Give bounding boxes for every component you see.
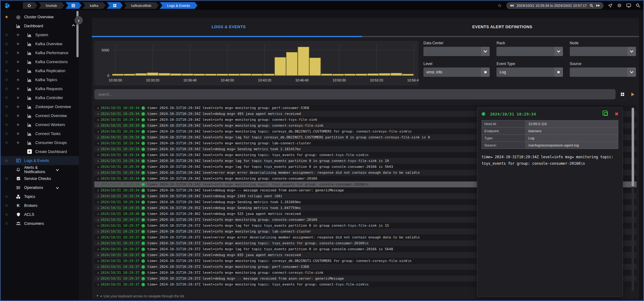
sidebar-item-operations[interactable]: Operations <box>1 183 79 192</box>
breadcrumb-item-kafkakraftlab[interactable]: kafkakraftlab <box>124 2 159 9</box>
favorite-star-icon[interactable]: ☆ <box>498 3 502 8</box>
breadcrumb-item-kafka[interactable]: kafka <box>82 2 106 9</box>
drag-handle-icon[interactable]: ≡ <box>12 95 24 100</box>
tab-events-alert-definitions[interactable]: EVENTS ALERT DEFINITIONS <box>366 18 639 35</box>
list-scrollbar[interactable] <box>632 107 634 291</box>
star-icon[interactable]: ☆ <box>1 122 12 127</box>
star-icon[interactable]: ☆ <box>1 95 12 100</box>
breadcrumb-grid-button[interactable] <box>107 2 123 9</box>
filter-select[interactable]: Log✖ <box>496 68 563 77</box>
row-expand-icon[interactable]: › <box>96 277 101 281</box>
sidebar-item-kafka-replication[interactable]: ☆≡Kafka Replication <box>1 66 79 75</box>
filter-select[interactable]: error, info✖ <box>423 68 490 77</box>
star-icon[interactable]: ☆ <box>1 176 12 181</box>
star-icon[interactable]: ☆ <box>1 33 12 37</box>
sidebar-item-logs-events[interactable]: ☆Logs & Events <box>1 156 79 165</box>
row-expand-icon[interactable]: › <box>96 135 101 140</box>
breadcrumb-item-logs-events[interactable]: Logs & Events <box>160 2 197 9</box>
row-expand-icon[interactable]: › <box>96 182 101 187</box>
drag-handle-icon[interactable]: ≡ <box>12 131 24 136</box>
drag-handle-icon[interactable]: ≡ <box>12 50 24 55</box>
filter-select[interactable] <box>570 47 636 56</box>
star-icon[interactable]: ☆ <box>1 158 12 163</box>
sidebar-item-consumers[interactable]: ☆Consumers <box>1 219 79 228</box>
rewind-icon[interactable] <box>510 4 514 7</box>
row-expand-icon[interactable]: › <box>96 177 101 181</box>
breadcrumb-item-hivelab[interactable]: hivelab <box>38 2 64 9</box>
star-icon[interactable]: ★ <box>1 15 12 19</box>
row-expand-icon[interactable]: › <box>96 153 101 157</box>
drag-handle-icon[interactable]: ≡ <box>12 104 24 109</box>
row-expand-icon[interactable]: › <box>96 282 101 287</box>
star-icon[interactable]: ☆ <box>1 77 12 82</box>
breadcrumb-grid-button[interactable] <box>65 2 81 9</box>
gear-icon[interactable] <box>617 3 622 8</box>
star-icon[interactable]: ☆ <box>1 194 12 199</box>
chevron-up-icon[interactable] <box>72 24 75 28</box>
sidebar-item-connect-workers[interactable]: ☆≡Connect Workers <box>1 120 79 129</box>
star-icon[interactable]: ☆ <box>1 221 12 226</box>
sidebar-item-system[interactable]: ☆≡System <box>1 30 79 39</box>
row-expand-icon[interactable]: › <box>96 129 101 134</box>
drag-handle-icon[interactable]: ≡ <box>12 59 24 64</box>
sidebar-item-zookeeper-overview[interactable]: ☆≡Zookeeper Overview <box>1 102 79 111</box>
star-icon[interactable]: ☆ <box>1 203 12 208</box>
row-expand-icon[interactable]: › <box>96 118 101 122</box>
row-expand-icon[interactable]: › <box>96 165 101 169</box>
sidebar-item-topics[interactable]: ☆Topics <box>1 192 79 201</box>
row-expand-icon[interactable]: › <box>96 188 101 193</box>
row-expand-icon[interactable]: › <box>96 106 101 110</box>
sidebar-item-dashboard[interactable]: Dashboard <box>1 21 79 30</box>
row-expand-icon[interactable]: › <box>96 241 101 246</box>
row-expand-icon[interactable]: › <box>96 141 101 146</box>
row-expand-icon[interactable]: › <box>96 171 101 175</box>
filter-select[interactable] <box>496 47 563 56</box>
row-expand-icon[interactable]: › <box>96 224 101 228</box>
sidebar-item-kafka-requests[interactable]: ☆≡Kafka Requests <box>1 84 79 93</box>
star-icon[interactable]: ☆ <box>1 86 12 91</box>
sidebar-item-acls[interactable]: ☆ACLS <box>1 210 79 219</box>
close-icon[interactable]: ✖ <box>615 111 618 116</box>
chevron-down-icon[interactable] <box>481 47 490 56</box>
row-expand-icon[interactable]: › <box>96 194 101 198</box>
chevron-down-icon[interactable] <box>627 68 636 77</box>
search-icon[interactable] <box>636 3 640 8</box>
monitor-icon[interactable] <box>626 3 631 8</box>
row-expand-icon[interactable]: › <box>96 235 101 240</box>
chevron-down-icon[interactable] <box>56 168 59 171</box>
row-expand-icon[interactable]: › <box>96 147 101 151</box>
drag-handle-icon[interactable]: ≡ <box>12 86 24 91</box>
tab-logs-events[interactable]: LOGS & EVENTS <box>92 18 366 35</box>
star-icon[interactable]: ☆ <box>1 131 12 136</box>
row-expand-icon[interactable]: › <box>96 218 101 222</box>
filter-select[interactable] <box>570 68 636 77</box>
sidebar-item-kafka-connections[interactable]: ☆≡Kafka Connections <box>1 57 79 66</box>
scrollbar-thumb[interactable] <box>632 108 634 187</box>
row-expand-icon[interactable]: › <box>96 247 101 251</box>
sidebar-item-consumer-groups[interactable]: ☆≡Consumer Groups <box>1 138 79 147</box>
sidebar-collapse-button[interactable]: ‹ <box>75 16 83 24</box>
time-range-picker[interactable]: 2024/10/31 10:29:34 to 2024/10/31 10:57:… <box>506 2 603 9</box>
star-icon[interactable]: ☆ <box>1 41 12 46</box>
drag-handle-icon[interactable]: ≡ <box>12 140 24 145</box>
app-logo-icon[interactable] <box>4 2 11 9</box>
sidebar-item-kafka-topics[interactable]: ☆≡Kafka Topics <box>1 75 79 84</box>
sidebar-item-connect-overview[interactable]: ☆≡Connect Overview <box>1 111 79 120</box>
navigate-icon[interactable] <box>608 3 612 8</box>
sidebar-item-kafka-performance[interactable]: ☆≡Kafka Performance <box>1 48 79 57</box>
filter-select[interactable] <box>423 47 490 56</box>
sidebar-item-service-checks[interactable]: ☆Service Checks <box>1 174 79 183</box>
row-expand-icon[interactable]: › <box>96 124 101 128</box>
chevron-down-icon[interactable] <box>554 47 563 56</box>
sidebar-item-kafka-controller[interactable]: ☆≡Kafka Controller <box>1 93 79 102</box>
star-icon[interactable]: ☆ <box>1 59 12 64</box>
copy-icon[interactable] <box>604 112 608 116</box>
drag-handle-icon[interactable]: ≡ <box>12 41 24 46</box>
run-query-button[interactable] <box>629 91 637 98</box>
star-icon[interactable]: ☆ <box>1 212 12 217</box>
row-expand-icon[interactable]: › <box>96 259 101 263</box>
star-icon[interactable]: ☆ <box>1 104 12 109</box>
row-expand-icon[interactable]: › <box>96 200 101 204</box>
star-icon[interactable]: ☆ <box>1 50 12 55</box>
drag-handle-icon[interactable]: ≡ <box>12 122 24 127</box>
